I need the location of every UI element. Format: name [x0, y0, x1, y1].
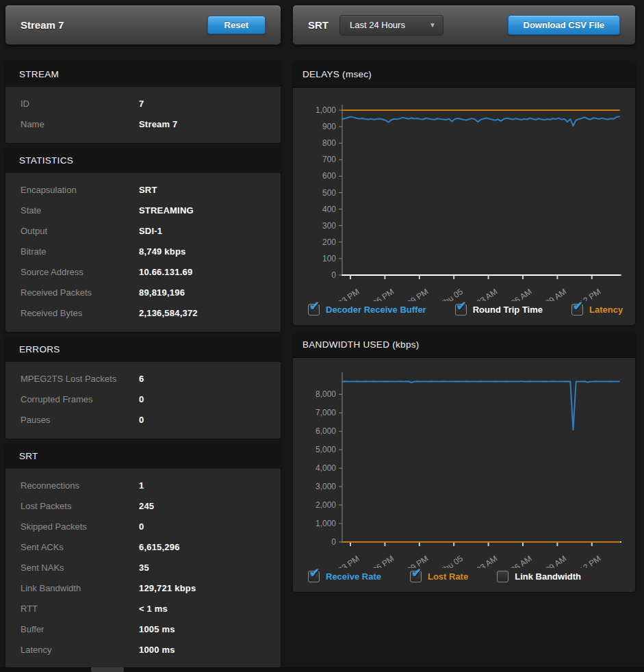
- svg-text:6,000: 6,000: [315, 426, 336, 436]
- stat-row: NameStream 7: [5, 114, 281, 135]
- time-range-selected: Last 24 Hours: [350, 20, 405, 30]
- legend-item-round-trip-time[interactable]: Round Trip Time: [455, 304, 543, 315]
- dashboard-page: { "left_header": { "title": "Stream 7", …: [0, 0, 644, 672]
- scrollbar-thumb[interactable]: [91, 667, 124, 672]
- download-csv-button[interactable]: Download CSV File: [508, 15, 620, 35]
- left-column: Stream 7 Reset STREAMID7NameStream 7STAT…: [5, 5, 281, 672]
- stat-row: Corrupted Frames0: [5, 389, 281, 410]
- svg-text:2,000: 2,000: [315, 500, 336, 510]
- checkbox-decoder-receive-buffer[interactable]: [308, 304, 320, 315]
- svg-text:03 AM: 03 AM: [474, 287, 499, 301]
- stat-row: Sent NAKs35: [5, 558, 281, 578]
- stat-value: 245: [139, 496, 154, 517]
- stat-row: Sent ACKs6,615,296: [5, 537, 281, 558]
- svg-text:06 PM: 06 PM: [371, 287, 396, 301]
- stat-label: MPEG2TS Lost Packets: [21, 374, 116, 384]
- stat-label: Encapsulation: [21, 185, 77, 195]
- stat-value: 6,615,296: [139, 537, 180, 558]
- svg-text:700: 700: [322, 155, 336, 164]
- checkbox-latency[interactable]: [571, 304, 583, 315]
- stat-value: 2,136,584,372: [139, 303, 198, 324]
- stat-label: Bitrate: [21, 246, 47, 257]
- stat-row: Pauses0: [5, 410, 281, 430]
- stat-label: Buffer: [21, 624, 44, 634]
- stat-label: Name: [21, 119, 44, 129]
- section-title: STREAM: [5, 62, 281, 87]
- stat-value: 89,819,196: [139, 283, 185, 303]
- section-title: SRT: [5, 443, 281, 469]
- section-body: MPEG2TS Lost Packets6Corrupted Frames0Pa…: [5, 362, 281, 439]
- stat-label: Source Address: [21, 267, 83, 277]
- svg-text:100: 100: [322, 254, 336, 263]
- legend-item-lost-rate[interactable]: Lost Rate: [410, 571, 468, 582]
- stat-value: < 1 ms: [139, 599, 168, 619]
- svg-text:06 AM: 06 AM: [509, 554, 534, 568]
- svg-text:4,000: 4,000: [315, 463, 336, 473]
- checkbox-round-trip-time[interactable]: [455, 304, 467, 315]
- stat-label: RTT: [21, 604, 38, 614]
- legend-label: Receive Rate: [326, 571, 381, 582]
- section-body: EncapsulationSRTStateSTREAMINGOutputSDI-…: [5, 173, 281, 332]
- stat-label: Latency: [21, 645, 52, 655]
- stat-value: 6: [139, 369, 144, 389]
- stat-value: 1005 ms: [139, 619, 175, 640]
- legend-item-decoder-receive-buffer[interactable]: Decoder Receive Buffer: [308, 304, 426, 315]
- stream-header-panel: Stream 7 Reset: [5, 5, 281, 44]
- svg-text:03 AM: 03 AM: [474, 554, 499, 568]
- stat-row: RTT< 1 ms: [5, 599, 281, 619]
- section-title: ERRORS: [5, 337, 281, 362]
- section-errors: ERRORSMPEG2TS Lost Packets6Corrupted Fra…: [5, 337, 281, 439]
- stat-label: Pauses: [21, 415, 50, 425]
- legend-item-latency[interactable]: Latency: [571, 304, 623, 315]
- stat-row: Reconnections1: [5, 476, 281, 496]
- time-range-dropdown[interactable]: Last 24 Hours ▼: [339, 15, 443, 36]
- svg-text:09 AM: 09 AM: [543, 554, 568, 568]
- svg-text:900: 900: [322, 122, 336, 131]
- legend-item-link-bandwidth[interactable]: Link Bandwidth: [497, 571, 581, 582]
- svg-text:12 PM: 12 PM: [578, 554, 602, 568]
- checkbox-link-bandwidth[interactable]: [497, 571, 508, 582]
- svg-text:5,000: 5,000: [315, 445, 336, 454]
- stat-value: 10.66.131.69: [139, 262, 192, 283]
- section-srt: SRTReconnections1Lost Packets245Skipped …: [5, 443, 281, 669]
- section-body: ID7NameStream 7: [5, 87, 281, 143]
- stat-value: STREAMING: [139, 201, 194, 221]
- svg-text:1,000: 1,000: [315, 519, 336, 528]
- checkbox-lost-rate[interactable]: [410, 571, 422, 582]
- legend-item-receive-rate[interactable]: Receive Rate: [308, 571, 381, 582]
- stat-row: Lost Packets245: [5, 496, 281, 517]
- svg-text:0: 0: [331, 537, 336, 547]
- svg-text:8,000: 8,000: [315, 389, 336, 399]
- chart-title: BANDWIDTH USED (kbps): [293, 332, 635, 358]
- svg-text:06 AM: 06 AM: [509, 287, 534, 301]
- stat-value: 35: [139, 558, 149, 578]
- stat-value: 1000 ms: [139, 640, 175, 660]
- stat-value: 7: [139, 94, 144, 114]
- reset-button[interactable]: Reset: [207, 16, 266, 34]
- stat-row: OutputSDI-1: [5, 221, 281, 242]
- legend-label: Decoder Receive Buffer: [326, 305, 426, 315]
- checkbox-receive-rate[interactable]: [308, 571, 320, 582]
- stream-title: Stream 7: [21, 19, 64, 31]
- stat-label: ID: [21, 99, 29, 109]
- stat-value: Stream 7: [139, 114, 178, 135]
- legend-label: Link Bandwidth: [515, 571, 581, 582]
- svg-text:1,000: 1,000: [315, 105, 336, 115]
- svg-text:03 PM: 03 PM: [336, 554, 361, 568]
- stat-row: Source Address10.66.131.69: [5, 262, 281, 283]
- chart-title: DELAYS (msec): [293, 62, 635, 88]
- svg-text:09 AM: 09 AM: [543, 287, 568, 301]
- stat-label: Skipped Packets: [21, 521, 87, 532]
- bandwidth-used-kbps-panel: BANDWIDTH USED (kbps)01,0002,0003,0004,0…: [293, 332, 635, 592]
- srt-title: SRT: [308, 19, 329, 31]
- svg-text:300: 300: [322, 221, 336, 231]
- section-statistics: STATISTICSEncapsulationSRTStateSTREAMING…: [5, 148, 281, 332]
- stat-value: 1: [139, 476, 144, 496]
- stat-label: Sent NAKs: [21, 563, 64, 573]
- delays-msec-chart: 01002003004005006007008009001,00003 PM06…: [293, 88, 635, 301]
- stat-row: StateSTREAMING: [5, 201, 281, 221]
- chart-legend: Receive RateLost RateLink Bandwidth: [293, 568, 635, 592]
- stat-row: Buffer1005 ms: [5, 619, 281, 640]
- horizontal-scrollbar[interactable]: [0, 667, 644, 672]
- stat-label: Sent ACKs: [21, 542, 64, 552]
